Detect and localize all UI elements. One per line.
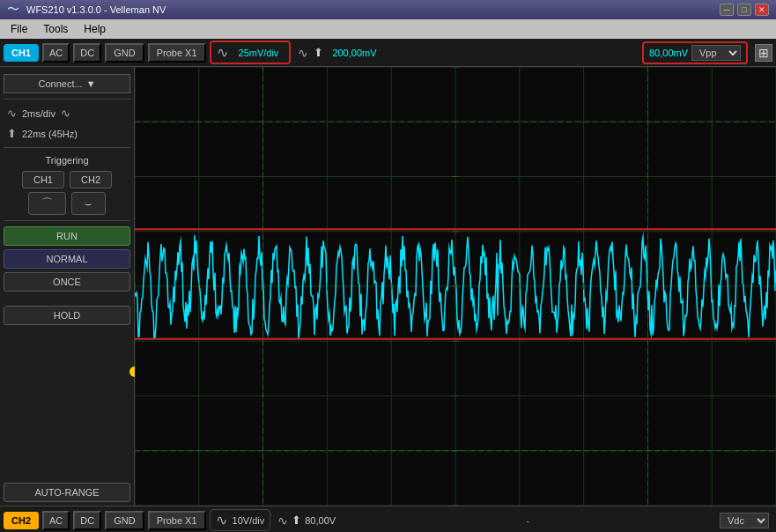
ch2-measure-group: Vdc Vpp Vrms <box>720 513 769 528</box>
trigger-wave-row: ⌒ ⌣ <box>4 192 130 215</box>
ch1-ac-button[interactable]: AC <box>42 43 70 63</box>
ch1-toolbar: CH1 AC DC GND Probe X1 ∿ 25mV/div ∿ ⬆ 20… <box>0 39 776 67</box>
ch2-trigger-icon: ∿ <box>277 514 288 528</box>
time-div-value: 2ms/div <box>22 108 55 119</box>
trigger-ch-row: CH1 CH2 <box>4 171 130 188</box>
menu-tools[interactable]: Tools <box>36 21 75 37</box>
ch2-gnd-button[interactable]: GND <box>105 511 144 530</box>
ch1-measure-type[interactable]: Vpp Vdc Vrms <box>691 45 741 61</box>
normal-button[interactable]: NORMAL <box>4 249 130 269</box>
ch1-measure-value: 80,00mV <box>649 48 688 58</box>
ch1-wave-group: ∿ 25mV/div <box>210 41 292 64</box>
titlebar: 〜 WFS210 v1.3.0.0 - Velleman NV ─ □ ✕ <box>0 0 776 19</box>
triggering-label: Triggering <box>4 153 130 167</box>
scope-display <box>135 67 776 506</box>
ch2-button[interactable]: CH2 <box>4 512 39 529</box>
ch1-trigger-icon: ∿ <box>298 46 308 60</box>
ch2-trigger-arrow: ⬆ <box>292 514 301 527</box>
maximize-button[interactable]: □ <box>737 4 751 16</box>
divider-3 <box>4 220 130 221</box>
time-ms-row: ⬆ 22ms (45Hz) <box>4 125 130 142</box>
once-button[interactable]: ONCE <box>4 272 130 292</box>
menu-help[interactable]: Help <box>77 21 113 37</box>
time-div-row: ∿ 2ms/div ∿ <box>4 105 130 122</box>
connect-label: Connect... <box>38 78 82 89</box>
window-controls: ─ □ ✕ <box>720 4 769 16</box>
ch2-wave-group: ∿ 10V/div <box>210 509 271 531</box>
ch1-measure-group: 80,00mV Vpp Vdc Vrms <box>642 41 748 64</box>
ch1-trigger-arrow: ⬆ <box>314 46 323 59</box>
trig-ch2-button[interactable]: CH2 <box>70 171 112 188</box>
ch2-wave-div: 10V/div <box>233 515 265 526</box>
ch2-dc-button[interactable]: DC <box>73 511 101 530</box>
ch2-dash: - <box>526 515 529 526</box>
ch1-wave-icon: ∿ <box>217 44 228 61</box>
sidebar: Connect... ▼ ∿ 2ms/div ∿ ⬆ 22ms (45Hz) T… <box>0 67 135 506</box>
ch1-button[interactable]: CH1 <box>4 44 39 62</box>
ch2-measure-type[interactable]: Vdc Vpp Vrms <box>720 513 769 528</box>
spacer <box>4 295 130 302</box>
connect-button[interactable]: Connect... ▼ <box>4 74 130 93</box>
ch1-settings-button[interactable]: ⊞ <box>755 44 772 62</box>
ch2-trigger-v: 80,00V <box>305 515 336 526</box>
scope-canvas <box>135 67 776 506</box>
menu-file[interactable]: File <box>4 21 34 37</box>
falling-edge-button[interactable]: ⌣ <box>71 192 106 215</box>
trig-ch1-button[interactable]: CH1 <box>22 171 64 188</box>
wave-icon-2: ∿ <box>61 107 70 120</box>
ch2-ac-button[interactable]: AC <box>42 511 70 530</box>
ch2-probe-button[interactable]: Probe X1 <box>148 511 206 530</box>
rising-edge-button[interactable]: ⌒ <box>28 192 66 215</box>
ch1-dc-button[interactable]: DC <box>73 43 101 63</box>
ch1-wave-div: 25mV/div <box>233 46 285 60</box>
ch2-wave-icon: ∿ <box>216 512 227 528</box>
connect-arrow: ▼ <box>86 78 96 89</box>
divider-2 <box>4 147 130 148</box>
time-ms-value: 22ms (45Hz) <box>22 129 78 139</box>
menubar: File Tools Help <box>0 19 776 39</box>
ch1-trigger-mv: 200,00mV <box>327 46 381 60</box>
ch2-toolbar: CH2 AC DC GND Probe X1 ∿ 10V/div ∿ ⬆ 80,… <box>0 506 776 532</box>
wave-icon-1: ∿ <box>7 107 17 120</box>
run-button[interactable]: RUN <box>4 226 130 246</box>
close-button[interactable]: ✕ <box>755 4 769 16</box>
ch1-gnd-button[interactable]: GND <box>105 43 144 63</box>
minimize-button[interactable]: ─ <box>720 4 734 16</box>
window-title: WFS210 v1.3.0.0 - Velleman NV <box>26 4 166 15</box>
divider-1 <box>4 99 130 100</box>
main-area: Connect... ▼ ∿ 2ms/div ∿ ⬆ 22ms (45Hz) T… <box>0 67 776 506</box>
trigger-icon: ⬆ <box>7 127 17 140</box>
autorange-button[interactable]: AUTO-RANGE <box>4 483 130 502</box>
ch1-probe-button[interactable]: Probe X1 <box>148 43 206 63</box>
hold-button[interactable]: HOLD <box>4 306 130 325</box>
